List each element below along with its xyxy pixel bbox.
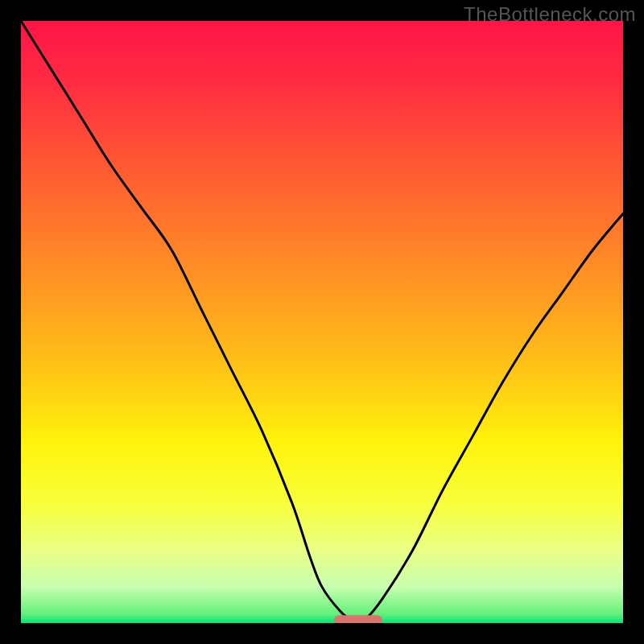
optimum-marker [334,615,382,623]
plot-area [21,21,623,623]
chart-svg [21,21,623,623]
watermark-text: TheBottleneck.com [464,3,636,26]
gradient-background [21,21,623,623]
chart-frame: TheBottleneck.com [0,0,644,644]
